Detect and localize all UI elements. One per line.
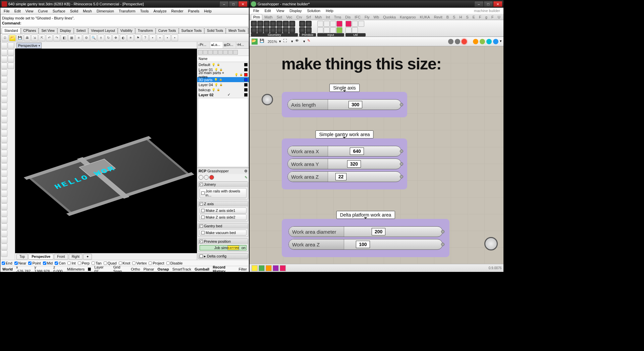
join-icon[interactable] [1, 143, 7, 150]
menu-mesh[interactable]: Mesh [81, 8, 94, 14]
vt-add[interactable]: ✦ [83, 254, 92, 259]
hatch-icon[interactable] [8, 43, 14, 49]
tab-cplanes[interactable]: CPlanes [21, 27, 39, 34]
array-icon[interactable] [1, 190, 7, 196]
mirror-icon[interactable] [1, 197, 7, 203]
cat-tab[interactable]: B [444, 14, 451, 20]
menu-display[interactable]: Display [287, 8, 304, 13]
zoom-extents-icon[interactable]: 🔍 [90, 35, 97, 41]
component-icon[interactable] [306, 27, 312, 33]
osnap-perp[interactable]: Perp [78, 261, 90, 265]
gh-dock-title[interactable]: RCP Grasshopper⚙ [197, 168, 249, 174]
job-simulation-slider[interactable]: Job simula 0.877358 on [200, 245, 247, 250]
polygon-icon[interactable] [1, 110, 7, 116]
component-icon[interactable] [289, 27, 295, 33]
offset-icon[interactable] [1, 203, 7, 210]
vt-right[interactable]: Right [69, 254, 83, 259]
menu-analyze[interactable]: Analyze [151, 8, 168, 14]
component-icon[interactable] [251, 21, 257, 27]
close-button[interactable]: ✕ [493, 1, 502, 7]
preview-shaded-icon[interactable] [462, 39, 467, 44]
pencil-icon[interactable]: ✎ [245, 175, 248, 180]
gh-button[interactable]: Join rails with dowels in... [200, 188, 247, 198]
preview-wire-icon[interactable] [455, 39, 460, 44]
cplane-icon[interactable]: ◧ [61, 35, 67, 41]
open-icon[interactable]: 📂 [252, 39, 258, 45]
zoom-icon[interactable]: ± [98, 35, 104, 41]
component-icon[interactable] [336, 21, 342, 27]
circle-icon[interactable] [1, 83, 7, 89]
gear-icon[interactable]: ⚙ [244, 169, 248, 173]
slider-output[interactable] [441, 243, 444, 246]
tab-display[interactable]: Display [57, 27, 74, 34]
status-ortho[interactable]: Ortho [131, 267, 140, 271]
osnap-end[interactable]: End [2, 261, 12, 265]
pt-help[interactable]: ?H... [236, 42, 249, 48]
menu-curve[interactable]: Curve [36, 8, 50, 14]
slider-work-area-z[interactable]: Work area Z 22 [287, 171, 401, 182]
command-area[interactable]: Display mode set to "Ghosted - Blurry li… [0, 14, 249, 26]
group-label[interactable]: Delta platform work area [336, 211, 395, 219]
options-icon[interactable]: ⚑ [135, 35, 141, 41]
zoom-extents-icon[interactable]: ⛶ [283, 39, 289, 45]
osnap-disable[interactable]: Disable [166, 261, 183, 265]
loft-icon[interactable] [1, 224, 7, 230]
component-icon[interactable] [345, 27, 352, 33]
curve-icon[interactable] [1, 96, 7, 103]
vt-perspective[interactable]: Perspective [29, 254, 53, 259]
slider-output[interactable] [400, 175, 403, 178]
component-icon[interactable] [289, 21, 295, 27]
widget-icon[interactable] [273, 265, 279, 271]
component-icon[interactable] [276, 27, 282, 33]
status-gumball[interactable]: Gumball [195, 267, 209, 271]
point-icon[interactable] [1, 56, 7, 62]
layer-row[interactable]: 2d main parts + notes💡🔒 [197, 72, 249, 77]
vt-front[interactable]: Front [54, 254, 68, 259]
component-icon[interactable] [264, 21, 270, 27]
dot-icon[interactable] [204, 175, 209, 180]
cat-tab[interactable]: Msh [313, 14, 324, 20]
menu-dimension[interactable]: Dimension [95, 8, 116, 14]
layer-icon[interactable]: ≡ [75, 35, 82, 41]
export-icon[interactable]: ⇱ [39, 35, 45, 41]
dot-icon[interactable] [209, 175, 214, 180]
vt-top[interactable]: Top [16, 254, 28, 259]
move-up-icon[interactable] [213, 50, 218, 55]
cat-tab[interactable]: Quokka [381, 14, 398, 20]
cat-tab-prm[interactable]: Prm [251, 14, 262, 20]
layer-row[interactable]: bakcup💡🔒 [197, 87, 249, 92]
cat-tab[interactable]: Fly [363, 14, 372, 20]
menu-surface[interactable]: Surface [51, 8, 67, 14]
menu-file[interactable]: File [251, 8, 262, 13]
cat-tab[interactable]: Srf [304, 14, 313, 20]
preview-off-icon[interactable] [448, 39, 453, 44]
component-icon[interactable] [317, 21, 323, 27]
command-prompt[interactable]: Command: [2, 21, 247, 25]
gh-titlebar[interactable]: Grasshopper - machine builder* – □ ✕ [250, 0, 503, 8]
ellipse-icon[interactable] [1, 103, 7, 109]
slider-delta-work-area-z[interactable]: Work area Z 100 [288, 239, 443, 250]
tab-solid-tools[interactable]: Solid Tools [204, 27, 226, 34]
preview-quality-icon[interactable] [473, 39, 478, 44]
properties-icon[interactable]: ⚙ [83, 35, 90, 41]
new-icon[interactable]: 🗋 [2, 35, 8, 41]
flask-icon[interactable] [358, 21, 364, 27]
slider-output[interactable] [400, 162, 403, 166]
save-icon[interactable]: 💾 [260, 39, 266, 45]
component-icon[interactable] [270, 27, 276, 33]
layer-row[interactable]: Default💡🔒 [197, 62, 249, 67]
tab-setview[interactable]: Set View [39, 27, 57, 34]
status-planar[interactable]: Planar [144, 267, 154, 271]
slider-output[interactable] [441, 230, 444, 233]
menu-solution[interactable]: Solution [305, 8, 323, 13]
status-filter[interactable]: Filter [239, 267, 247, 271]
preview-icon[interactable] [480, 39, 485, 44]
tab-mesh-tools[interactable]: Mesh Tools [226, 27, 248, 34]
gh-button[interactable]: Make vacuum bed [200, 230, 247, 236]
help-icon[interactable] [233, 50, 238, 55]
tab-transform[interactable]: Transform [135, 27, 156, 34]
move-icon[interactable] [1, 163, 7, 170]
menu-edit[interactable]: Edit [262, 8, 273, 13]
layer-row-current[interactable]: Layer 02✓ [197, 92, 249, 97]
status-gridsnap[interactable]: Grid Snap [113, 265, 127, 273]
